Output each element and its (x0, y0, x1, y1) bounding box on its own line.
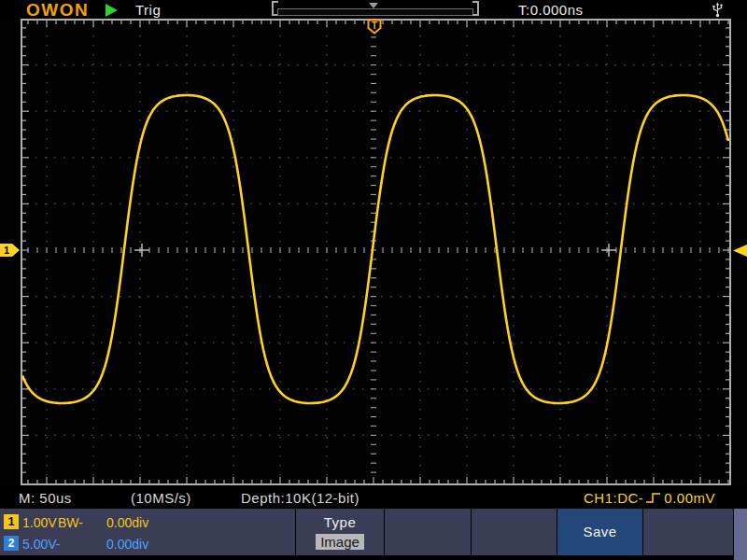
trigger-status-label: Trig (135, 2, 161, 18)
type-selected-value[interactable]: Image (316, 534, 364, 550)
memory-window-bar[interactable] (277, 8, 473, 16)
ch2-badge[interactable]: 2 (4, 536, 19, 551)
oscilloscope-screen: OWON Trig T:0.000ns 1 T M: 50 (0, 0, 747, 560)
memory-window-bracket-right (472, 1, 479, 16)
bottom-menu: 1 1.00V BW- 0.00div 2 5.00V- 0.00div Typ… (0, 509, 747, 560)
softkey-save[interactable]: Save (557, 509, 642, 555)
ch1-scale: 1.00V (22, 515, 57, 530)
ch1-info-row: 1 1.00V BW- 0.00div (0, 514, 295, 530)
ch2-info-row: 2 5.00V- 0.00div (0, 536, 295, 552)
ch2-scale: 5.00V- (22, 537, 60, 552)
softkey-blank-1[interactable] (385, 509, 471, 555)
usb-icon (711, 2, 725, 18)
memory-depth-readout: Depth:10K(12-bit) (241, 490, 359, 506)
sample-rate-readout: (10MS/s) (131, 490, 191, 506)
timebase-readout: M: 50us (19, 490, 72, 506)
save-button-label: Save (557, 509, 642, 555)
ch2-offset: 0.00div (106, 537, 148, 552)
ch1-offset: 0.00div (106, 515, 148, 530)
trigger-position-pointer-icon (369, 3, 378, 8)
type-label: Type (296, 514, 384, 530)
trigger-t-glyph: T (372, 21, 377, 31)
softkey-blank-3[interactable] (643, 509, 733, 555)
trigger-source-text: CH1:DC- (584, 490, 643, 506)
trigger-readout: CH1:DC- 0.00mV (584, 490, 715, 506)
scope-graticule-and-trace (0, 19, 747, 485)
waveform-display: 1 T (0, 19, 747, 485)
ch1-coupling: BW- (58, 515, 83, 530)
menu-side-strip (734, 509, 747, 560)
run-state-icon (106, 4, 118, 17)
ch1-trace (22, 95, 728, 403)
softkey-type[interactable]: Type Image (296, 509, 384, 555)
rising-edge-icon (646, 491, 661, 505)
trigger-position-marker[interactable]: T (367, 19, 382, 35)
ch1-badge[interactable]: 1 (4, 514, 19, 529)
owon-logo: OWON (26, 0, 89, 21)
trigger-time-readout: T:0.000ns (518, 2, 584, 18)
top-bar: OWON Trig T:0.000ns (0, 0, 747, 20)
channel-info-panel: 1 1.00V BW- 0.00div 2 5.00V- 0.00div (0, 509, 295, 555)
trigger-level-text: 0.00mV (664, 490, 715, 506)
status-bar: M: 50us (10MS/s) Depth:10K(12-bit) CH1:D… (0, 485, 747, 509)
softkey-blank-2[interactable] (472, 509, 557, 555)
